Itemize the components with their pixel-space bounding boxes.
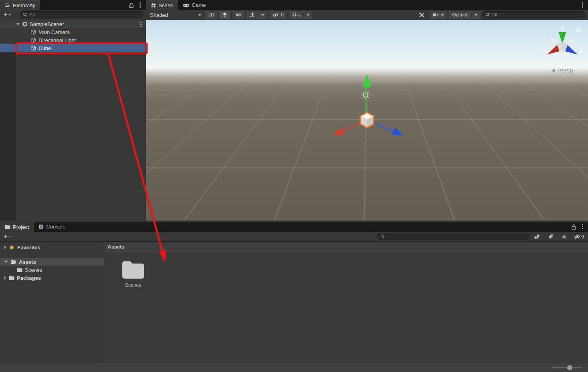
tree-item-label: Favorites [17, 245, 41, 251]
chevron-down-icon [8, 14, 11, 16]
chevron-down-icon [8, 236, 11, 237]
tab-game[interactable]: Game [178, 0, 211, 10]
favorites-filter-button[interactable] [558, 232, 570, 241]
tab-scene-label: Scene [158, 2, 173, 8]
open-padlock-icon[interactable] [129, 2, 134, 8]
scene-effects-dropdown[interactable] [246, 11, 267, 19]
tree-spacer [0, 251, 104, 258]
project-panel: Project Console + [0, 222, 588, 372]
toggle-2d-button[interactable]: 2D [205, 11, 217, 19]
draw-mode-label: Shaded [150, 12, 168, 18]
tab-hierarchy[interactable]: Hierarchy [0, 0, 40, 10]
project-search-input[interactable] [387, 234, 526, 239]
hierarchy-search-field[interactable] [20, 11, 144, 18]
scene-visibility-toggle[interactable]: 0 [270, 11, 286, 19]
hierarchy-panel: Hierarchy + [0, 0, 146, 222]
hierarchy-search-input[interactable] [29, 12, 140, 18]
create-object-label: + [4, 12, 7, 18]
chevron-down-icon [474, 14, 478, 16]
tab-scene[interactable]: Scene [146, 0, 178, 10]
projection-toggle[interactable]: Persp [540, 67, 584, 74]
scene-row-kebab-icon[interactable] [140, 21, 146, 28]
tree-item-scenes[interactable]: Scenes [0, 266, 104, 274]
hidden-count: 0 [281, 12, 284, 18]
axis-x-label: x [543, 49, 546, 55]
hierarchy-item-cube[interactable]: Cube [0, 44, 146, 52]
scene-search-input[interactable] [492, 12, 582, 18]
magnifier-icon [380, 234, 385, 239]
hierarchy-tabstrip: Hierarchy [0, 0, 146, 10]
scene-menu-kebab-icon[interactable] [581, 2, 584, 8]
foldout-closed-icon[interactable] [4, 276, 6, 280]
gizmo-y-arrow[interactable] [363, 74, 371, 87]
tab-console[interactable]: Console [34, 222, 70, 232]
chevron-down-icon [441, 14, 444, 16]
project-search-field[interactable] [377, 233, 529, 240]
project-statusbar [0, 363, 588, 372]
divider [258, 12, 258, 18]
item-label: Cube [39, 45, 51, 51]
foldout-closed-icon[interactable] [4, 245, 6, 249]
hierarchy-item-directional-light[interactable]: Directional Light [0, 36, 146, 44]
scene-camera-dropdown[interactable] [430, 11, 447, 19]
cube-object[interactable] [361, 113, 373, 127]
tree-item-label: Assets [19, 259, 36, 265]
tree-item-favorites[interactable]: Favorites [0, 243, 104, 251]
grid-icon [151, 3, 156, 8]
divider [303, 12, 304, 18]
folder-icon [5, 224, 10, 229]
foldout-open-icon[interactable] [4, 261, 8, 263]
open-padlock-icon [576, 26, 582, 32]
crossed-tools-icon [419, 12, 425, 18]
scene-search-field[interactable] [482, 11, 586, 18]
slider-knob[interactable] [567, 365, 572, 370]
tab-console-label: Console [46, 224, 65, 230]
speaker-icon [235, 12, 241, 18]
create-asset-button[interactable]: + [2, 233, 12, 240]
tag-icon [548, 234, 554, 239]
draw-mode-dropdown[interactable]: Shaded [148, 11, 204, 19]
scene-grid-dropdown[interactable]: Y [289, 11, 312, 19]
tree-item-packages[interactable]: Packages [0, 274, 104, 282]
scene-header-row[interactable]: SampleScene* [0, 20, 146, 28]
axis-x-cone[interactable] [547, 45, 560, 55]
move-gizmo[interactable] [146, 20, 588, 220]
magnifier-icon [485, 12, 490, 17]
magnifier-icon [23, 12, 28, 17]
search-by-type-button[interactable] [531, 232, 543, 241]
tree-item-assets[interactable]: Assets [0, 258, 104, 266]
tab-game-label: Game [192, 2, 206, 8]
asset-grid[interactable]: Scenes [104, 252, 588, 363]
gizmo-z-arrow[interactable] [392, 127, 403, 135]
thumbnail-zoom-slider[interactable] [552, 367, 582, 368]
open-padlock-icon[interactable] [571, 224, 576, 230]
project-toolbar: + [0, 232, 588, 242]
star-layers-icon [249, 12, 255, 18]
axis-z-label: z [580, 48, 582, 54]
eye-slash-icon [272, 12, 279, 18]
chevron-down-icon [198, 14, 201, 16]
video-camera-icon [433, 12, 439, 17]
hierarchy-menu-kebab-icon[interactable] [139, 2, 142, 8]
project-body: Favorites Assets Scenes [0, 242, 588, 363]
asset-item-scenes[interactable]: Scenes [116, 260, 150, 363]
search-by-label-button[interactable] [545, 232, 557, 241]
project-visibility-toggle[interactable]: 9 [572, 232, 586, 241]
hierarchy-toolbar: + [0, 10, 146, 20]
gizmo-x-arrow[interactable] [333, 127, 345, 135]
content-path-header: Assets [104, 242, 588, 252]
foldout-open-icon[interactable] [16, 23, 20, 25]
folder-icon [9, 275, 14, 280]
scene-viewport[interactable]: y x z Persp [146, 20, 588, 220]
gamepad-icon [183, 3, 189, 8]
hierarchy-item-main-camera[interactable]: Main Camera [0, 28, 146, 36]
gizmos-dropdown[interactable]: Gizmos [449, 11, 481, 19]
editor-tools-button[interactable] [416, 11, 428, 19]
project-menu-kebab-icon[interactable] [581, 223, 584, 230]
scene-lighting-toggle[interactable] [219, 11, 230, 19]
tree-item-label: Scenes [25, 267, 42, 273]
tab-project[interactable]: Project [0, 222, 34, 232]
scene-audio-toggle[interactable] [233, 11, 244, 19]
axis-z-cone[interactable] [565, 45, 578, 55]
create-object-button[interactable]: + [2, 12, 12, 18]
